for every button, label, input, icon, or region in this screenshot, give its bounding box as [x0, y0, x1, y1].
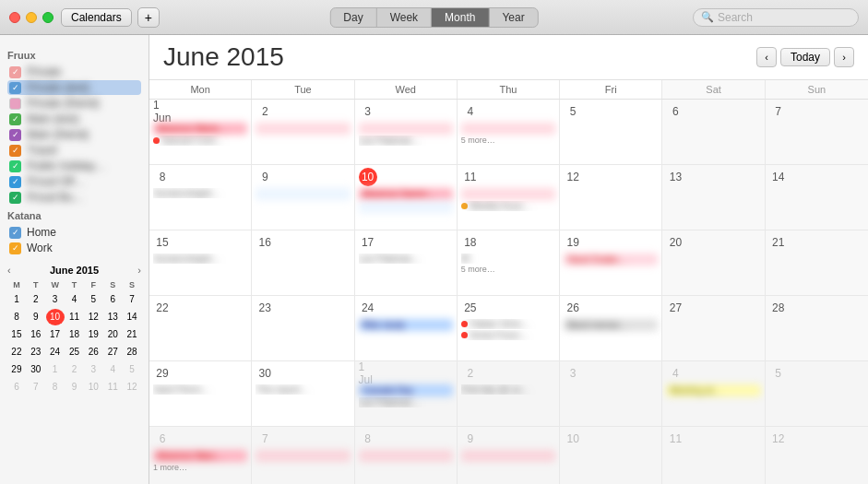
calendars-button[interactable]: Calendars: [61, 8, 132, 27]
event-bar[interactable]: Canada Day: [359, 384, 453, 396]
event-bar[interactable]: Meeting at…: [666, 384, 760, 396]
mini-cal-day[interactable]: 29: [7, 361, 26, 378]
mini-cal-day[interactable]: 1: [46, 361, 65, 378]
cal-cell-jun17[interactable]: 17 Las Palamas…: [355, 230, 458, 295]
cal-cell-jun11[interactable]: 11 Weekly fruux…: [458, 165, 560, 230]
mini-cal-day[interactable]: 17: [46, 326, 65, 343]
cal-cell-jul9[interactable]: 9: [458, 427, 560, 484]
more-events[interactable]: 1 more…: [153, 463, 247, 472]
event-bar[interactable]: Band mense…: [564, 319, 658, 331]
sidebar-item-travel[interactable]: ✓ Travel: [7, 143, 141, 158]
more-events[interactable]: 5 more…: [461, 136, 555, 145]
mini-cal-prev[interactable]: ‹: [7, 265, 11, 276]
event-bar[interactable]: [461, 450, 555, 462]
event-text[interactable]: Samuel Cont…: [153, 136, 247, 146]
cal-cell-jul6[interactable]: 6 Absence Marc… 1 more…: [149, 427, 252, 484]
event-bar[interactable]: Absence Marie…: [153, 123, 247, 135]
mini-cal-day[interactable]: 5: [84, 291, 102, 308]
event-text[interactable]: Las Palamas…: [359, 254, 453, 264]
event-bar[interactable]: Rike study: [359, 319, 453, 331]
cal-cell-jul2[interactable]: 2 First day @ us…: [458, 361, 560, 426]
event-text[interactable]: Fabian Scho…: [461, 319, 555, 329]
mini-cal-day[interactable]: 14: [123, 309, 141, 325]
cal-cell-jun19[interactable]: 19 Hand Snake…: [560, 230, 662, 295]
cal-cell-jul7[interactable]: 7: [252, 427, 354, 484]
mini-cal-day[interactable]: 11: [65, 309, 84, 325]
event-bar[interactable]: [256, 188, 350, 200]
minimize-button[interactable]: [26, 12, 37, 23]
mini-cal-day[interactable]: 8: [7, 309, 26, 325]
mini-cal-day[interactable]: 23: [27, 344, 45, 360]
cal-cell-jul8[interactable]: 8: [355, 427, 458, 484]
cal-cell-jun7[interactable]: 7: [766, 100, 868, 164]
event-bar[interactable]: Absence Marc…: [153, 450, 247, 462]
sidebar-item-private[interactable]: ✓ Private: [7, 65, 141, 79]
cal-cell-jun10[interactable]: 10 Absence Samm…: [355, 165, 458, 230]
event-text[interactable]: Gynaecologist…: [153, 188, 247, 198]
mini-cal-day[interactable]: 25: [65, 344, 84, 360]
event-bar[interactable]: [461, 188, 555, 200]
cal-cell-jun5[interactable]: 5: [560, 100, 662, 164]
mini-cal-day[interactable]: 10: [84, 379, 102, 395]
mini-cal-day[interactable]: 11: [103, 379, 122, 395]
mini-cal-day[interactable]: 18: [65, 326, 84, 343]
cal-cell-jun16[interactable]: 16: [252, 230, 354, 295]
event-bar[interactable]: [256, 123, 350, 135]
event-bar[interactable]: [359, 201, 453, 213]
event-text[interactable]: Saint Pierre…: [153, 384, 247, 395]
sidebar-item-home[interactable]: ✓ Home: [7, 225, 141, 240]
event-text[interactable]: Sonia Freun…: [461, 330, 555, 340]
event-bar[interactable]: [461, 123, 555, 135]
cal-cell-jul10[interactable]: 10: [560, 427, 662, 484]
cal-cell-jun9[interactable]: 9: [252, 165, 354, 230]
sidebar-item-work[interactable]: ✓ Work: [7, 241, 141, 255]
cal-cell-jun30[interactable]: 30 This report…: [252, 361, 354, 426]
mini-cal-next[interactable]: ›: [137, 265, 141, 276]
mini-cal-day[interactable]: 24: [46, 344, 65, 360]
mini-cal-day[interactable]: 7: [27, 379, 45, 395]
today-button[interactable]: Today: [780, 48, 830, 66]
mini-cal-day[interactable]: 15: [7, 326, 26, 343]
mini-cal-day[interactable]: 3: [46, 291, 65, 308]
tab-month[interactable]: Month: [432, 8, 489, 27]
sidebar-item-main-test[interactable]: ✓ Main (test): [7, 112, 141, 126]
mini-cal-day[interactable]: 2: [27, 291, 45, 308]
event-text[interactable]: Gynaecologist…: [153, 254, 247, 264]
mini-cal-day[interactable]: 9: [27, 309, 45, 325]
mini-cal-day[interactable]: 9: [65, 379, 84, 395]
next-month-button[interactable]: ›: [834, 47, 854, 67]
tab-year[interactable]: Year: [489, 8, 537, 27]
mini-cal-day[interactable]: 13: [103, 309, 122, 325]
cal-cell-jun15[interactable]: 15 Gynaecologist…: [149, 230, 252, 295]
cal-cell-jun13[interactable]: 13: [662, 165, 765, 230]
mini-cal-day[interactable]: 30: [27, 361, 45, 378]
mini-cal-day[interactable]: 12: [84, 309, 102, 325]
cal-cell-jul5[interactable]: 5: [766, 361, 868, 426]
cal-cell-jun8[interactable]: 8 Gynaecologist…: [149, 165, 252, 230]
cal-cell-jul11[interactable]: 11: [662, 427, 765, 484]
sidebar-item-private-test[interactable]: ✓ Private (test): [7, 80, 141, 95]
mini-cal-day[interactable]: 2: [65, 361, 84, 378]
tab-week[interactable]: Week: [377, 8, 432, 27]
mini-cal-day[interactable]: 19: [84, 326, 102, 343]
mini-cal-day[interactable]: 3: [84, 361, 102, 378]
cal-cell-jun22[interactable]: 22: [149, 296, 252, 360]
cal-cell-jun20[interactable]: 20: [662, 230, 765, 295]
cal-cell-jul1[interactable]: 1 Jul Canada Day Las Palamas…: [355, 361, 458, 426]
cal-cell-jun21[interactable]: 21: [766, 230, 868, 295]
mini-cal-day[interactable]: 4: [65, 291, 84, 308]
cal-cell-jun27[interactable]: 27: [662, 296, 765, 360]
cal-cell-jun28[interactable]: 28: [766, 296, 868, 360]
event-text[interactable]: Las Palamas…: [359, 136, 453, 146]
search-box[interactable]: 🔍 Search: [693, 8, 859, 27]
cal-cell-jun6[interactable]: 6: [662, 100, 765, 164]
sidebar-item-public-holiday[interactable]: ✓ Public holiday…: [7, 159, 141, 173]
cal-cell-jun25[interactable]: 25 Fabian Scho… Sonia Freun…: [458, 296, 560, 360]
mini-cal-day[interactable]: 6: [103, 291, 122, 308]
event-bar[interactable]: [256, 450, 350, 462]
mini-cal-day[interactable]: 6: [7, 379, 26, 395]
mini-cal-day[interactable]: 27: [103, 344, 122, 360]
cal-cell-jun1[interactable]: 1 Jun Absence Marie… Samuel Cont…: [149, 100, 252, 164]
event-text[interactable]: First day @ us…: [461, 384, 555, 395]
mini-cal-day[interactable]: 21: [123, 326, 141, 343]
